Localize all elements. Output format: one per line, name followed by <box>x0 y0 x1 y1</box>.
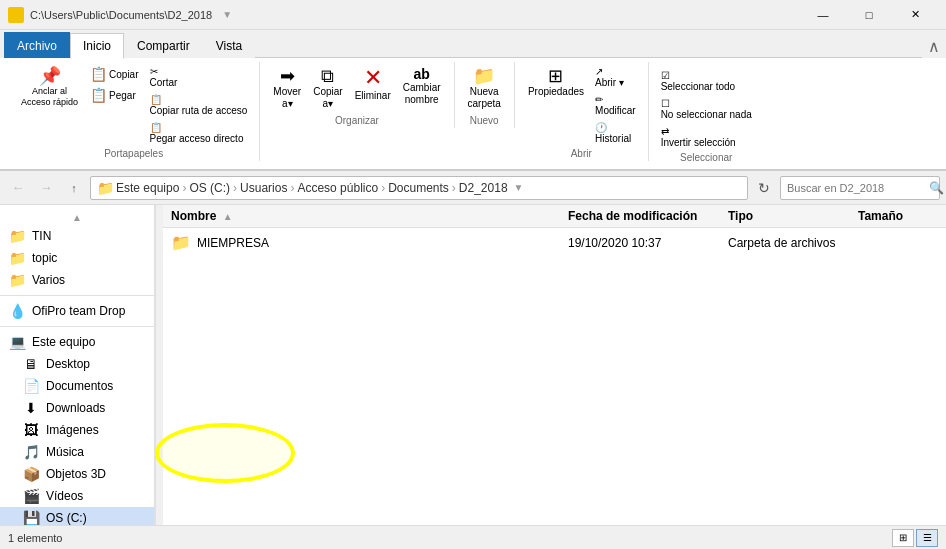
documentos-icon: 📄 <box>22 378 40 394</box>
tab-vista[interactable]: Vista <box>203 32 255 58</box>
search-icon: 🔍 <box>929 181 944 195</box>
computer-icon: 💻 <box>8 334 26 350</box>
search-box[interactable]: 🔍 <box>780 176 940 200</box>
tab-compartir[interactable]: Compartir <box>124 32 203 58</box>
sidebar-downloads-label: Downloads <box>46 401 105 415</box>
close-button[interactable]: ✕ <box>892 0 938 30</box>
sidebar-item-documentos[interactable]: 📄 Documentos <box>0 375 154 397</box>
status-bar: 1 elemento ⊞ ☰ <box>0 525 946 549</box>
file-name-miempresa: MIEMPRESA <box>197 236 269 250</box>
sidebar-item-este-equipo[interactable]: 💻 Este equipo <box>0 331 154 353</box>
group-abrir: ⊞ Propiedades ↗Abrir ▾ ✏Modificar 🕐Histo… <box>515 62 649 161</box>
pegar-button[interactable]: 📋 Pegar <box>85 85 143 106</box>
topic-folder-icon: 📁 <box>8 250 26 266</box>
ribbon-collapse-button[interactable]: ∧ <box>922 35 946 58</box>
sidebar-scrollbar[interactable] <box>155 205 163 549</box>
modificar-button[interactable]: ✏Modificar <box>591 92 640 118</box>
seleccionar-label: Seleccionar <box>680 152 732 163</box>
forward-button[interactable]: → <box>34 176 58 200</box>
header-tamano[interactable]: Tamaño <box>858 209 938 223</box>
sidebar-item-musica[interactable]: 🎵 Música <box>0 441 154 463</box>
group-portapapeles: 📌 Anclar alAcceso rápido 📋 Copiar 📋 Pega… <box>8 62 260 161</box>
copy2-icon: ⧉ <box>321 67 334 85</box>
breadcrumb-os-c[interactable]: OS (C:) <box>189 181 230 195</box>
no-seleccionar-button[interactable]: ☐No seleccionar nada <box>657 96 756 122</box>
props-icon: ⊞ <box>548 67 563 85</box>
sidebar-documentos-label: Documentos <box>46 379 113 393</box>
copiar-button[interactable]: 📋 Copiar <box>85 64 143 85</box>
mover-button[interactable]: ➡ Movera▾ <box>268 64 306 113</box>
eliminar-button[interactable]: ✕ Eliminar <box>350 64 396 105</box>
sidebar-item-objetos3d[interactable]: 📦 Objetos 3D <box>0 463 154 485</box>
search-input[interactable] <box>787 182 925 194</box>
cambiar-nombre-button[interactable]: ab Cambiarnombre <box>398 64 446 109</box>
breadcrumb-documents[interactable]: Documents <box>388 181 449 195</box>
title-bar-left: C:\Users\Public\Documents\D2_2018 ▼ <box>8 7 800 23</box>
musica-icon: 🎵 <box>22 444 40 460</box>
cortar-button[interactable]: ✂Cortar <box>146 64 252 90</box>
breadcrumb-acceso-publico[interactable]: Acceso público <box>297 181 378 195</box>
minimize-button[interactable]: — <box>800 0 846 30</box>
breadcrumb-current: D2_2018 <box>459 181 508 195</box>
breadcrumb-este-equipo[interactable]: Este equipo <box>116 181 179 195</box>
sidebar-imagenes-label: Imágenes <box>46 423 99 437</box>
tab-inicio[interactable]: Inicio <box>70 33 124 59</box>
breadcrumb-usuarios[interactable]: Usuarios <box>240 181 287 195</box>
sort-icon: ▲ <box>223 211 233 222</box>
sidebar-item-topic[interactable]: 📁 topic <box>0 247 154 269</box>
copy-path-icon: 📋 <box>150 94 162 105</box>
sidebar-dropbox-label: OfiPro team Drop <box>32 304 125 318</box>
sidebar-este-equipo-label: Este equipo <box>32 335 95 349</box>
tab-archivo[interactable]: Archivo <box>4 32 70 58</box>
address-bar: ← → ↑ 📁 Este equipo › OS (C:) › Usuarios… <box>0 171 946 205</box>
group-seleccionar: ☑Seleccionar todo ☐No seleccionar nada ⇄… <box>649 62 764 165</box>
abrir-button[interactable]: ↗Abrir ▾ <box>591 64 640 90</box>
status-count: 1 elemento <box>8 532 62 544</box>
sidebar-item-videos[interactable]: 🎬 Vídeos <box>0 485 154 507</box>
seleccionar-todo-button[interactable]: ☑Seleccionar todo <box>657 68 756 94</box>
history-icon: 🕐 <box>595 122 607 133</box>
new-folder-icon: 📁 <box>473 67 495 85</box>
sidebar-item-tin[interactable]: 📁 TIN <box>0 225 154 247</box>
title-dropdown[interactable]: ▼ <box>222 9 232 20</box>
breadcrumb-dropdown[interactable]: ▼ <box>514 182 524 193</box>
view-icons-button[interactable]: ⊞ <box>892 529 914 547</box>
file-list-header: Nombre ▲ Fecha de modificación Tipo Tama… <box>163 205 946 228</box>
historial-button[interactable]: 🕐Historial <box>591 120 640 146</box>
up-button[interactable]: ↑ <box>62 176 86 200</box>
back-button[interactable]: ← <box>6 176 30 200</box>
header-nombre[interactable]: Nombre ▲ <box>171 209 568 223</box>
header-tipo[interactable]: Tipo <box>728 209 858 223</box>
title-path: C:\Users\Public\Documents\D2_2018 <box>30 9 212 21</box>
ribbon-content: 📌 Anclar alAcceso rápido 📋 Copiar 📋 Pega… <box>0 58 946 170</box>
pegar-acceso-button[interactable]: 📋Pegar acceso directo <box>146 120 252 146</box>
copiar-a-button[interactable]: ⧉ Copiara▾ <box>308 64 347 113</box>
portapapeles-buttons: 📌 Anclar alAcceso rápido 📋 Copiar 📋 Pega… <box>16 64 251 146</box>
desktop-icon: 🖥 <box>22 356 40 372</box>
rename-icon: ab <box>413 67 429 81</box>
sidebar-tin-label: TIN <box>32 229 51 243</box>
sidebar-item-dropbox[interactable]: 💧 OfiPro team Drop <box>0 300 154 322</box>
sidebar-item-downloads[interactable]: ⬇ Downloads <box>0 397 154 419</box>
header-fecha[interactable]: Fecha de modificación <box>568 209 728 223</box>
breadcrumb-bar[interactable]: 📁 Este equipo › OS (C:) › Usuarios › Acc… <box>90 176 748 200</box>
anclar-button[interactable]: 📌 Anclar alAcceso rápido <box>16 64 83 111</box>
sidebar-os-c-label: OS (C:) <box>46 511 87 525</box>
videos-icon: 🎬 <box>22 488 40 504</box>
refresh-button[interactable]: ↻ <box>752 176 776 200</box>
sidebar-item-varios[interactable]: 📁 Varios <box>0 269 154 291</box>
sidebar-item-desktop[interactable]: 🖥 Desktop <box>0 353 154 375</box>
maximize-button[interactable]: □ <box>846 0 892 30</box>
copiar-ruta-button[interactable]: 📋Copiar ruta de acceso <box>146 92 252 118</box>
seleccionar-buttons: ☑Seleccionar todo ☐No seleccionar nada ⇄… <box>657 64 756 150</box>
sidebar-divider-2 <box>0 326 154 327</box>
tin-folder-icon: 📁 <box>8 228 26 244</box>
view-list-button[interactable]: ☰ <box>916 529 938 547</box>
sidebar-scroll-up[interactable]: ▲ <box>0 209 154 225</box>
propiedades-button[interactable]: ⊞ Propiedades <box>523 64 589 101</box>
title-bar: C:\Users\Public\Documents\D2_2018 ▼ — □ … <box>0 0 946 30</box>
file-row-miempresa[interactable]: 📁 MIEMPRESA 19/10/2020 10:37 Carpeta de … <box>163 228 946 258</box>
sidebar-item-imagenes[interactable]: 🖼 Imágenes <box>0 419 154 441</box>
invertir-seleccion-button[interactable]: ⇄Invertir selección <box>657 124 756 150</box>
nueva-carpeta-button[interactable]: 📁 Nuevacarpeta <box>463 64 506 113</box>
